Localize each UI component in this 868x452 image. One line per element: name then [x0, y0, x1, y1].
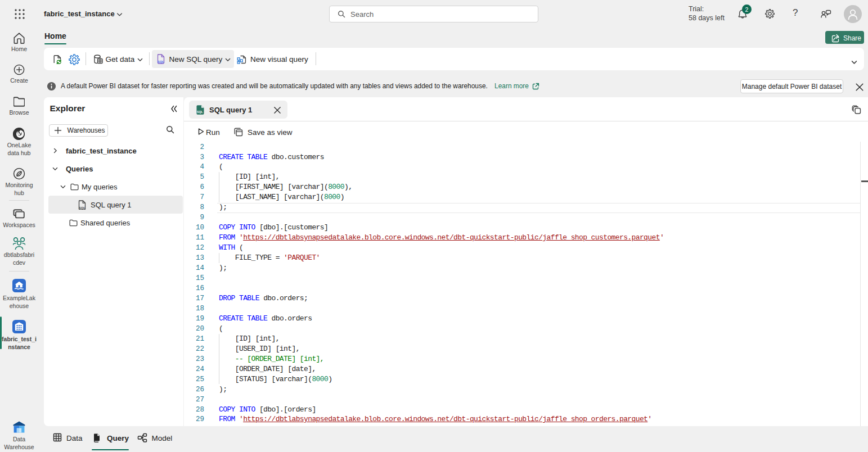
svg-text:SQL: SQL [197, 110, 203, 114]
svg-text:SQL: SQL [79, 206, 86, 210]
svg-text:SQL: SQL [158, 60, 165, 64]
